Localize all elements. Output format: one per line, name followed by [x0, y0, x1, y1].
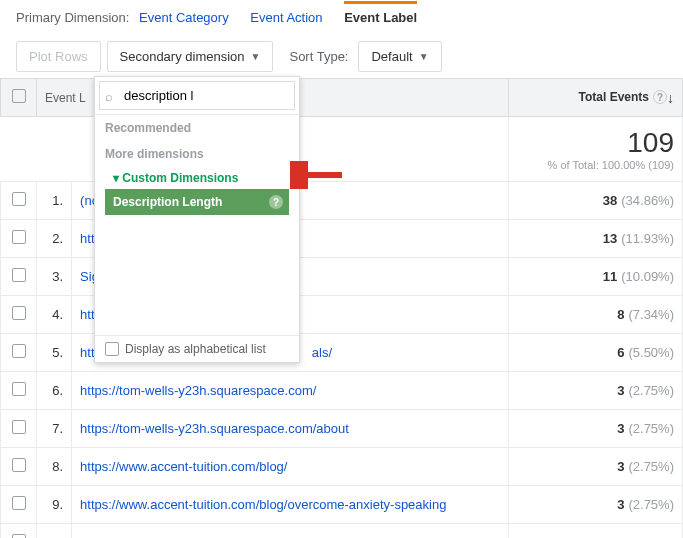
row-label-cell: https://www.accent-tuition.com/faqs/ [72, 524, 509, 539]
row-index: 9. [37, 486, 72, 524]
row-index: 5. [37, 334, 72, 372]
search-input[interactable] [99, 81, 295, 110]
table-row: 7.https://tom-wells-y23h.squarespace.com… [1, 410, 683, 448]
primary-dimension-label: Primary Dimension: [16, 10, 129, 25]
sort-type-value: Default [371, 49, 412, 64]
row-index: 10. [37, 524, 72, 539]
alphabetical-checkbox[interactable] [105, 342, 119, 356]
plot-rows-label: Plot Rows [29, 49, 88, 64]
primary-dimension-row: Primary Dimension: Event Category Event … [0, 0, 683, 35]
row-events: 38(34.86%) [509, 182, 683, 220]
arrow-down-icon: ↓ [667, 90, 674, 106]
alphabetical-label: Display as alphabetical list [125, 342, 266, 356]
row-checkbox[interactable] [12, 192, 26, 206]
row-checkbox[interactable] [12, 306, 26, 320]
row-checkbox[interactable] [12, 268, 26, 282]
row-checkbox[interactable] [12, 496, 26, 510]
search-icon: ⌕ [105, 89, 113, 104]
dropdown-item-description-length[interactable]: Description Length ? [105, 189, 289, 215]
event-label-link[interactable]: https://tom-wells-y23h.squarespace.com/a… [80, 421, 349, 436]
summary-cell: 109 % of Total: 100.00% (109) [509, 117, 683, 182]
table-row: 9.https://www.accent-tuition.com/blog/ov… [1, 486, 683, 524]
primary-dim-label-active[interactable]: Event Label [344, 1, 417, 25]
event-label-link[interactable]: https://www.accent-tuition.com/blog/over… [80, 497, 446, 512]
row-index: 4. [37, 296, 72, 334]
row-checkbox[interactable] [12, 382, 26, 396]
row-events: 3(2.75%) [509, 448, 683, 486]
primary-dim-action[interactable]: Event Action [250, 10, 322, 25]
sort-type-label: Sort Type: [289, 49, 348, 64]
row-events: 3(2.75%) [509, 524, 683, 539]
row-index: 6. [37, 372, 72, 410]
row-checkbox[interactable] [12, 344, 26, 358]
summary-total: 109 [517, 127, 674, 159]
sort-type-button[interactable]: Default ▼ [358, 41, 441, 72]
table-row: 6.https://tom-wells-y23h.squarespace.com… [1, 372, 683, 410]
row-checkbox[interactable] [12, 230, 26, 244]
row-label-cell: https://www.accent-tuition.com/blog/ [72, 448, 509, 486]
row-index: 1. [37, 182, 72, 220]
row-events: 13(11.93%) [509, 220, 683, 258]
secondary-dimension-button[interactable]: Secondary dimension ▼ [107, 41, 274, 72]
caret-down-icon: ▼ [251, 51, 261, 62]
row-events: 6(5.50%) [509, 334, 683, 372]
row-events: 3(2.75%) [509, 486, 683, 524]
annotation-arrow-icon [290, 161, 348, 189]
row-index: 2. [37, 220, 72, 258]
dropdown-item-label: Description Length [113, 195, 222, 209]
event-label-link[interactable]: als/ [312, 345, 332, 360]
row-events: 11(10.09%) [509, 258, 683, 296]
row-checkbox[interactable] [12, 420, 26, 434]
help-icon[interactable]: ? [269, 195, 283, 209]
dropdown-search: ⌕ [95, 77, 299, 115]
row-events: 8(7.34%) [509, 296, 683, 334]
help-icon[interactable]: ? [653, 90, 667, 104]
row-index: 3. [37, 258, 72, 296]
select-all-checkbox[interactable] [12, 89, 26, 103]
row-index: 8. [37, 448, 72, 486]
summary-subtext: % of Total: 100.00% (109) [517, 159, 674, 171]
dropdown-more-dimensions: More dimensions [95, 141, 299, 167]
row-events: 3(2.75%) [509, 410, 683, 448]
plot-rows-button[interactable]: Plot Rows [16, 41, 101, 72]
event-label-link[interactable]: https://www.accent-tuition.com/blog/ [80, 459, 287, 474]
secondary-dimension-dropdown: ⌕ Recommended More dimensions Custom Dim… [94, 76, 300, 363]
dropdown-custom-dimensions[interactable]: Custom Dimensions [95, 167, 299, 189]
caret-down-icon: ▼ [419, 51, 429, 62]
toolbar: Plot Rows Secondary dimension ▼ Sort Typ… [0, 35, 683, 78]
row-checkbox[interactable] [12, 458, 26, 472]
col-total-events[interactable]: Total Events? ↓ [509, 79, 683, 117]
primary-dim-category[interactable]: Event Category [139, 10, 229, 25]
dropdown-footer[interactable]: Display as alphabetical list [95, 335, 299, 362]
dropdown-recommended: Recommended [95, 115, 299, 141]
event-label-link[interactable]: https://tom-wells-y23h.squarespace.com/ [80, 383, 316, 398]
row-index: 7. [37, 410, 72, 448]
row-events: 3(2.75%) [509, 372, 683, 410]
row-checkbox[interactable] [12, 534, 26, 538]
table-row: 8.https://www.accent-tuition.com/blog/3(… [1, 448, 683, 486]
row-label-cell: https://www.accent-tuition.com/blog/over… [72, 486, 509, 524]
table-row: 10.https://www.accent-tuition.com/faqs/3… [1, 524, 683, 539]
secondary-dimension-label: Secondary dimension [120, 49, 245, 64]
row-label-cell: https://tom-wells-y23h.squarespace.com/ [72, 372, 509, 410]
row-label-cell: https://tom-wells-y23h.squarespace.com/a… [72, 410, 509, 448]
